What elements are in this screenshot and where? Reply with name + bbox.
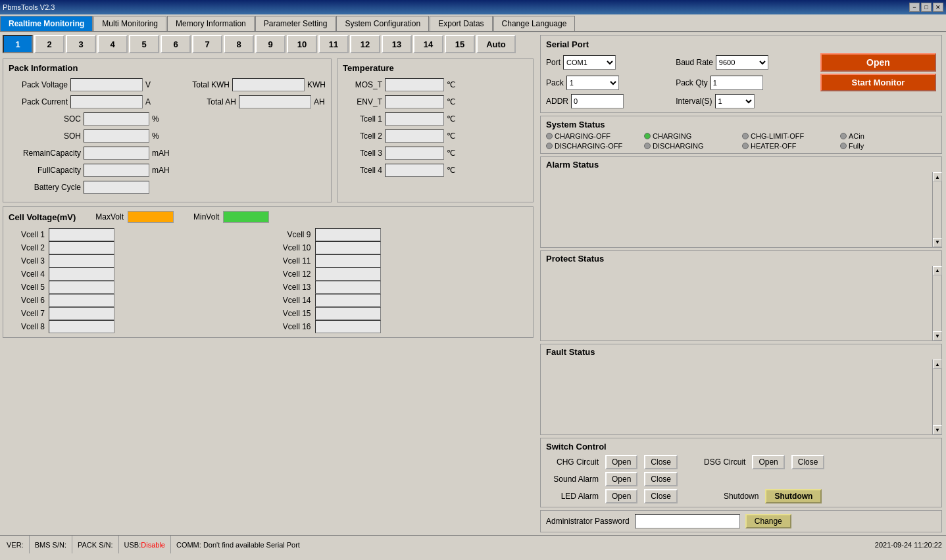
minimize-button[interactable]: − — [909, 3, 920, 12]
pack-qty-input[interactable] — [710, 76, 763, 90]
vcell5-input[interactable] — [49, 281, 114, 294]
soh-unit: % — [152, 131, 172, 141]
num-tab-13[interactable]: 13 — [382, 35, 412, 53]
vcell1-input[interactable] — [49, 228, 114, 241]
tab-change-language[interactable]: Change Language — [493, 16, 576, 31]
num-tab-6[interactable]: 6 — [161, 35, 191, 53]
env-t-input[interactable] — [385, 95, 444, 108]
num-tab-8[interactable]: 8 — [224, 35, 254, 53]
pack-label: Pack — [546, 78, 564, 87]
tab-memory-information[interactable]: Memory Information — [167, 16, 255, 31]
start-monitor-button[interactable]: Start Monitor — [820, 74, 936, 91]
open-button[interactable]: Open — [820, 53, 936, 72]
pack-sn-item: PACK S/N: — [72, 536, 119, 553]
num-tab-11[interactable]: 11 — [318, 35, 349, 53]
vcell8-input[interactable] — [49, 320, 114, 333]
vcell6-input[interactable] — [49, 294, 114, 307]
tab-realtime-monitoring[interactable]: Realtime Monitoring — [0, 16, 93, 31]
tcell1-input[interactable] — [385, 112, 444, 126]
tab-parameter-setting[interactable]: Parameter Setting — [255, 16, 336, 31]
led-alarm-close-button[interactable]: Close — [644, 489, 678, 503]
alarm-scroll-down[interactable]: ▼ — [933, 238, 942, 247]
pack-select[interactable]: 1 — [566, 76, 619, 90]
interval-select[interactable]: 1 — [715, 94, 755, 108]
tcell3-input[interactable] — [385, 147, 444, 160]
fully-led — [840, 143, 847, 149]
num-tab-2[interactable]: 2 — [34, 35, 64, 53]
env-t-label: ENV_T — [343, 97, 382, 106]
num-tab-7[interactable]: 7 — [192, 35, 222, 53]
num-tab-4[interactable]: 4 — [97, 35, 128, 53]
vcell14-input[interactable] — [315, 294, 381, 307]
vcell10-row: Vcell 10 — [275, 241, 528, 254]
title-bar-controls: − □ ✕ — [909, 3, 943, 12]
alarm-status-section: Alarm Status ▲ ▼ — [540, 156, 942, 248]
remain-capacity-input[interactable] — [84, 147, 149, 160]
soh-input[interactable] — [84, 129, 149, 143]
dsg-close-button[interactable]: Close — [791, 455, 825, 469]
chg-close-button[interactable]: Close — [644, 455, 678, 469]
num-tab-14[interactable]: 14 — [413, 35, 443, 53]
vcell7-input[interactable] — [49, 307, 114, 320]
sound-alarm-close-button[interactable]: Close — [644, 472, 678, 486]
tab-multi-monitoring[interactable]: Multi Monitoring — [93, 16, 166, 31]
vcell2-label: Vcell 2 — [9, 243, 45, 252]
protect-scroll-down[interactable]: ▼ — [933, 331, 942, 340]
fault-scroll-up[interactable]: ▲ — [933, 360, 942, 369]
close-button[interactable]: ✕ — [933, 3, 943, 12]
soc-input[interactable] — [84, 112, 149, 126]
tab-export-datas[interactable]: Export Datas — [430, 16, 492, 31]
remain-capacity-label: RemainCapacity — [9, 149, 81, 158]
sound-alarm-open-button[interactable]: Open — [605, 472, 637, 486]
vcell3-input[interactable] — [49, 254, 114, 268]
protect-status-content: ▲ ▼ — [541, 266, 941, 341]
vcell11-input[interactable] — [315, 254, 381, 268]
chg-open-button[interactable]: Open — [605, 455, 637, 469]
vcell8-row: Vcell 8 — [9, 320, 262, 333]
dsg-open-button[interactable]: Open — [752, 455, 784, 469]
num-tab-auto[interactable]: Auto — [476, 35, 516, 53]
tcell4-input[interactable] — [385, 164, 444, 177]
vcell16-input[interactable] — [315, 320, 381, 333]
maximize-button[interactable]: □ — [921, 3, 932, 12]
full-capacity-input[interactable] — [84, 164, 149, 177]
led-alarm-open-button[interactable]: Open — [605, 489, 637, 503]
vcell12-input[interactable] — [315, 268, 381, 281]
num-tab-5[interactable]: 5 — [129, 35, 159, 53]
num-tab-12[interactable]: 12 — [350, 35, 380, 53]
num-tab-9[interactable]: 9 — [255, 35, 286, 53]
protect-scroll-up[interactable]: ▲ — [933, 266, 942, 275]
vcell9-input[interactable] — [315, 228, 381, 241]
vcell10-input[interactable] — [315, 241, 381, 254]
pack-current-input[interactable] — [70, 95, 143, 108]
vcell15-input[interactable] — [315, 307, 381, 320]
shutdown-button[interactable]: Shutdown — [765, 489, 822, 503]
vcell2-input[interactable] — [49, 241, 114, 254]
battery-cycle-input[interactable] — [84, 181, 149, 194]
addr-label: ADDR — [546, 97, 568, 106]
tcell1-row: Tcell 1 ℃ — [343, 112, 528, 126]
vcell13-input[interactable] — [315, 281, 381, 294]
baud-rate-select[interactable]: 9600 — [716, 55, 768, 70]
num-tab-10[interactable]: 10 — [287, 35, 317, 53]
change-button[interactable]: Change — [745, 514, 791, 528]
pack-voltage-input[interactable] — [70, 78, 143, 91]
fault-scroll-down[interactable]: ▼ — [933, 425, 942, 434]
vcell15-label: Vcell 15 — [275, 309, 311, 318]
port-select[interactable]: COM1 — [563, 55, 616, 70]
addr-input[interactable] — [571, 94, 624, 108]
tcell2-input[interactable] — [385, 129, 444, 143]
tab-system-configuration[interactable]: System Configuration — [336, 16, 429, 31]
mos-t-input[interactable] — [385, 78, 444, 91]
num-tab-1[interactable]: 1 — [3, 35, 33, 53]
admin-password-input[interactable] — [635, 514, 740, 528]
total-ah-input[interactable] — [239, 95, 311, 108]
total-kwh-input[interactable] — [232, 78, 305, 91]
vcell4-input[interactable] — [49, 268, 114, 281]
alarm-scroll-up[interactable]: ▲ — [933, 172, 942, 181]
num-tab-3[interactable]: 3 — [66, 35, 96, 53]
vcell1-label: Vcell 1 — [9, 230, 45, 239]
status-charging-off: CHARGING-OFF — [546, 132, 642, 140]
app-title: PbmsTools V2.3 — [3, 3, 55, 11]
num-tab-15[interactable]: 15 — [445, 35, 475, 53]
